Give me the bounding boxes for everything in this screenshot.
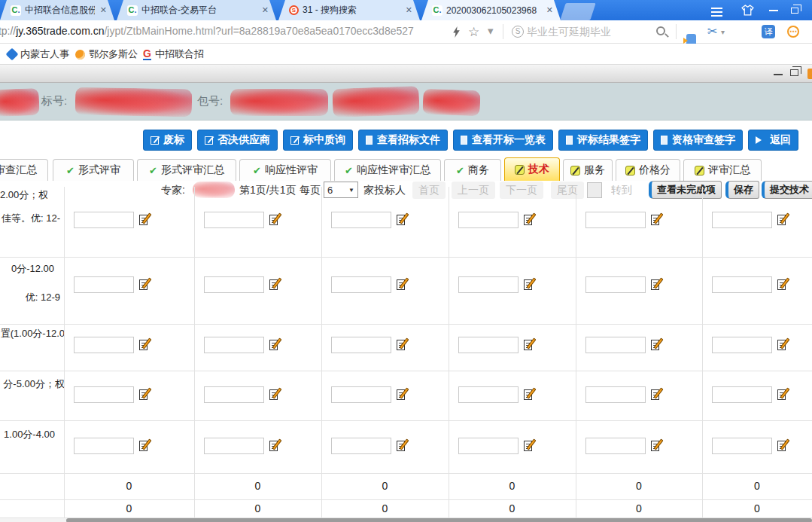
edit-cell-icon[interactable] — [524, 439, 537, 453]
tab-responsiveness-review[interactable]: ✔响应性评审 — [239, 159, 331, 181]
edit-cell-icon[interactable] — [397, 388, 409, 401]
edit-cell-icon[interactable] — [139, 213, 152, 227]
return-button[interactable]: 返回 — [748, 130, 798, 151]
bookmark-item[interactable]: 鄂尔多斯公 — [75, 47, 138, 61]
edit-cell-icon[interactable] — [139, 439, 152, 453]
score-input[interactable] — [74, 337, 134, 353]
edit-cell-icon[interactable] — [139, 388, 152, 401]
score-input[interactable] — [712, 337, 772, 353]
tab-technical[interactable]: 技术 — [504, 157, 560, 181]
edit-cell-icon[interactable] — [269, 278, 282, 292]
menu-icon[interactable] — [711, 5, 722, 19]
score-input[interactable] — [74, 212, 134, 228]
url-text[interactable]: ttp://jy.365trade.com.cn/jypt/ZtbMainHom… — [0, 25, 414, 37]
score-input[interactable] — [458, 212, 519, 228]
chevron-down-icon[interactable]: ▾ — [721, 28, 725, 36]
edit-cell-icon[interactable] — [524, 338, 537, 352]
edit-cell-icon[interactable] — [651, 278, 664, 292]
lightning-icon[interactable] — [452, 26, 461, 38]
edit-cell-icon[interactable] — [524, 213, 537, 227]
tab-business[interactable]: ✔商务 — [444, 159, 501, 181]
edit-cell-icon[interactable] — [139, 278, 152, 292]
score-input[interactable] — [331, 212, 391, 228]
score-input[interactable] — [331, 337, 391, 353]
edit-cell-icon[interactable] — [269, 439, 282, 453]
tab-close-icon[interactable]: ✕ — [99, 5, 108, 15]
scissors-screenshot-icon[interactable]: ✂ — [707, 24, 717, 38]
edit-cell-icon[interactable] — [397, 278, 409, 292]
edit-cell-icon[interactable] — [269, 338, 282, 352]
horizontal-scrollbar[interactable] — [0, 518, 812, 522]
edit-cell-icon[interactable] — [777, 388, 790, 401]
child-restore-button[interactable] — [790, 69, 798, 76]
skin-shirt-icon[interactable] — [741, 5, 754, 16]
edit-cell-icon[interactable] — [651, 439, 664, 453]
score-input[interactable] — [331, 438, 391, 454]
edit-cell-icon[interactable] — [651, 213, 664, 227]
bookmark-star-icon[interactable]: ☆ — [468, 24, 479, 40]
score-input[interactable] — [585, 438, 646, 454]
edit-cell-icon[interactable] — [651, 338, 664, 352]
score-input[interactable] — [331, 276, 391, 293]
search-magnifier-icon[interactable] — [656, 26, 665, 35]
view-bid-opening-list-button[interactable]: 查看开标一览表 — [453, 130, 553, 151]
reject-supplier-button[interactable]: 否决供应商 — [197, 130, 278, 151]
minimize-button[interactable] — [769, 10, 778, 11]
tab-price-score[interactable]: 价格分 — [616, 159, 680, 181]
edit-cell-icon[interactable] — [524, 388, 537, 401]
edit-cell-icon[interactable] — [777, 278, 790, 292]
score-input[interactable] — [712, 276, 772, 293]
tab-evaluation-summary[interactable]: 评审汇总 — [683, 159, 762, 181]
scrollbar-thumb[interactable] — [66, 518, 812, 522]
child-close-button-partial[interactable] — [807, 69, 812, 79]
score-input[interactable] — [585, 212, 646, 228]
bid-inquiry-button[interactable]: 标中质询 — [283, 130, 353, 151]
tab-close-icon[interactable]: ✕ — [404, 5, 414, 15]
tab-responsiveness-review-summary[interactable]: ✔响应性评审汇总 — [334, 159, 441, 181]
edit-cell-icon[interactable] — [269, 388, 282, 401]
score-input[interactable] — [712, 212, 772, 228]
view-bid-document-button[interactable]: 查看招标文件 — [358, 130, 448, 151]
score-input[interactable] — [204, 438, 264, 454]
score-input[interactable] — [458, 386, 519, 403]
score-input[interactable] — [585, 337, 646, 353]
browser-tab-4[interactable]: C. 202003062105023968 ✕ — [421, 0, 561, 20]
score-input[interactable] — [458, 337, 519, 353]
browser-tab-3[interactable]: S 31 - 搜狗搜索 ✕ — [278, 0, 420, 20]
score-input[interactable] — [331, 386, 391, 403]
chevron-down-icon[interactable]: ▾ — [488, 24, 494, 38]
browser-tab-2[interactable]: C. 中招联合-交易平台 ✕ — [117, 0, 276, 20]
bookmark-item[interactable]: G 中招联合招 — [143, 47, 204, 61]
browser-tab-1[interactable]: C. 中招联合信息股份有限公 ✕ — [0, 0, 114, 20]
translate-icon[interactable]: 译 — [762, 25, 775, 38]
score-input[interactable] — [585, 386, 646, 403]
score-input[interactable] — [74, 438, 134, 454]
search-input[interactable] — [527, 23, 651, 40]
edit-cell-icon[interactable] — [524, 278, 537, 292]
score-input[interactable] — [712, 438, 772, 454]
edit-cell-icon[interactable] — [397, 439, 409, 453]
tab-form-review-summary[interactable]: ✔形式评审汇总 — [137, 159, 236, 181]
score-input[interactable] — [712, 386, 772, 403]
invalidate-bid-button[interactable]: 废标 — [143, 130, 192, 151]
more-options-icon[interactable]: ⋯ — [787, 26, 799, 38]
edit-cell-icon[interactable] — [397, 213, 409, 227]
edit-cell-icon[interactable] — [139, 338, 152, 352]
edit-cell-icon[interactable] — [777, 213, 790, 227]
edit-cell-icon[interactable] — [777, 439, 790, 453]
edit-cell-icon[interactable] — [777, 338, 790, 352]
score-input[interactable] — [204, 337, 264, 353]
tab-service[interactable]: 服务 — [563, 159, 613, 181]
child-minimize-button[interactable] — [774, 74, 783, 75]
edit-cell-icon[interactable] — [397, 338, 409, 352]
score-input[interactable] — [458, 276, 519, 293]
score-input[interactable] — [458, 438, 519, 454]
restore-button[interactable] — [791, 8, 798, 14]
score-input[interactable] — [74, 386, 134, 403]
edit-cell-icon[interactable] — [651, 388, 664, 401]
bookmark-item[interactable]: 内蒙古人事 — [8, 47, 69, 61]
score-input[interactable] — [585, 276, 646, 293]
score-input[interactable] — [204, 212, 264, 228]
score-input[interactable] — [204, 276, 264, 293]
tab-review-summary[interactable]: 审查汇总 — [0, 159, 48, 181]
